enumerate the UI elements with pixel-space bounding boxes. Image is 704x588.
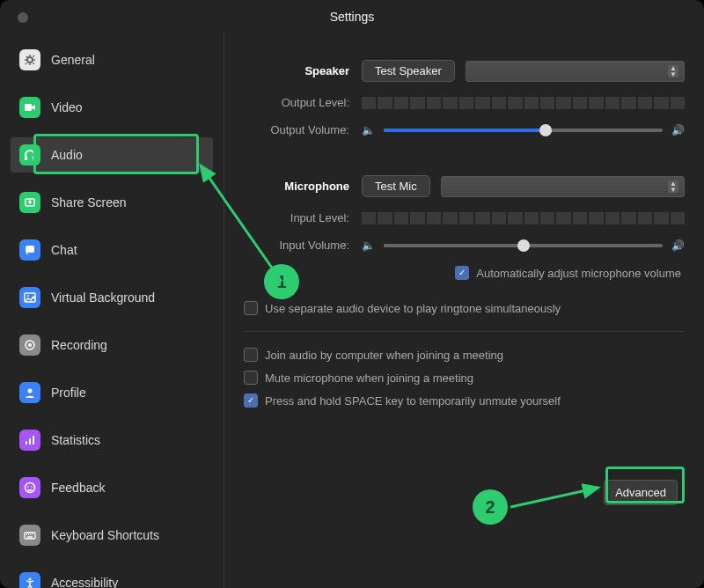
sidebar-item-label: Audio	[51, 148, 83, 162]
svg-rect-17	[25, 533, 35, 539]
sidebar-item-label: Profile	[51, 386, 86, 400]
sidebar-item-audio[interactable]: Audio	[11, 137, 213, 173]
volume-low-icon: 🔈	[362, 124, 375, 136]
sidebar-item-keyboard-shortcuts[interactable]: Keyboard Shortcuts	[11, 518, 213, 553]
svg-point-16	[31, 486, 33, 488]
headphones-icon	[19, 144, 40, 165]
svg-rect-3	[33, 156, 35, 160]
space-unmute-checkbox[interactable]	[244, 393, 258, 408]
sidebar-item-general[interactable]: General	[11, 42, 213, 77]
chevron-updown-icon: ▲▼	[670, 65, 677, 77]
sidebar-item-profile[interactable]: Profile	[11, 375, 213, 410]
sidebar-item-chat[interactable]: Chat	[11, 232, 213, 268]
volume-high-icon: 🔊	[671, 124, 685, 136]
svg-rect-5	[26, 246, 34, 253]
output-volume-label: Output Volume:	[244, 123, 362, 136]
speaker-row: Speaker Test Speaker ▲▼	[244, 60, 685, 82]
svg-rect-1	[25, 104, 32, 111]
section-divider	[244, 331, 685, 332]
volume-low-icon: 🔈	[362, 239, 375, 252]
auto-adjust-checkbox[interactable]	[455, 266, 469, 280]
sidebar-item-label: Virtual Background	[51, 290, 155, 305]
space-unmute-label: Press and hold SPACE key to temporarily …	[265, 394, 561, 408]
image-icon	[19, 287, 40, 308]
mute-mic-row: Mute microphone when joining a meeting	[244, 371, 685, 385]
sidebar-item-label: Video	[51, 100, 83, 114]
share-icon	[19, 192, 40, 213]
auto-adjust-row: Automatically adjust microphone volume	[349, 266, 685, 280]
mic-row: Microphone Test Mic ▲▼	[244, 175, 685, 197]
sidebar-item-accessibility[interactable]: Accessibility	[11, 565, 213, 588]
sidebar-item-recording[interactable]: Recording	[11, 327, 213, 363]
titlebar: Settings	[0, 0, 704, 33]
separate-device-label: Use separate audio device to play ringto…	[265, 302, 561, 315]
input-volume-label: Input Volume:	[244, 239, 362, 252]
separate-device-checkbox[interactable]	[244, 301, 258, 315]
output-level-row: Output Level:	[244, 96, 685, 109]
input-volume-row: Input Volume: 🔈 🔊	[244, 239, 685, 252]
input-volume-slider[interactable]	[384, 244, 663, 247]
mute-mic-label: Mute microphone when joining a meeting	[265, 371, 473, 385]
chat-icon	[19, 239, 40, 261]
sidebar-item-video[interactable]: Video	[11, 90, 213, 125]
test-mic-button[interactable]: Test Mic	[362, 175, 430, 197]
join-audio-checkbox[interactable]	[244, 348, 258, 362]
svg-point-18	[29, 578, 32, 581]
advanced-button[interactable]: Advanced	[604, 480, 678, 505]
record-icon	[19, 334, 40, 356]
speaker-device-dropdown[interactable]: ▲▼	[466, 61, 685, 82]
mute-mic-checkbox[interactable]	[244, 371, 258, 385]
sidebar-item-feedback[interactable]: Feedback	[11, 470, 213, 505]
input-level-meter	[362, 212, 685, 224]
keyboard-icon	[19, 525, 40, 546]
volume-high-icon: 🔊	[671, 239, 685, 252]
test-speaker-button[interactable]: Test Speaker	[362, 60, 455, 82]
close-dot-icon[interactable]	[18, 12, 28, 23]
auto-adjust-label: Automatically adjust microphone volume	[476, 267, 681, 280]
person-icon	[19, 382, 40, 403]
sidebar-item-label: Chat	[51, 243, 77, 257]
main-panel: Speaker Test Speaker ▲▼ Output Level: Ou…	[224, 33, 704, 588]
svg-rect-13	[33, 436, 34, 445]
sidebar-item-virtual-background[interactable]: Virtual Background	[11, 280, 213, 315]
input-level-row: Input Level:	[244, 211, 685, 224]
sidebar-item-label: Feedback	[51, 481, 105, 495]
mic-device-dropdown[interactable]: ▲▼	[441, 176, 685, 197]
sidebar-item-label: Keyboard Shortcuts	[51, 528, 159, 542]
sidebar-item-share-screen[interactable]: Share Screen	[11, 185, 213, 220]
svg-rect-2	[25, 156, 27, 160]
svg-point-10	[28, 389, 33, 393]
svg-point-7	[27, 295, 29, 297]
sidebar-item-label: General	[51, 53, 95, 67]
chevron-updown-icon: ▲▼	[670, 180, 677, 193]
output-volume-slider[interactable]	[384, 129, 663, 132]
separate-device-row: Use separate audio device to play ringto…	[244, 301, 685, 315]
content: GeneralVideoAudioShare ScreenChatVirtual…	[0, 33, 704, 588]
sidebar-item-statistics[interactable]: Statistics	[11, 423, 213, 458]
window-controls[interactable]	[18, 12, 28, 23]
join-audio-row: Join audio by computer when joining a me…	[244, 348, 685, 362]
settings-window: Settings GeneralVideoAudioShare ScreenCh…	[0, 0, 704, 588]
sidebar-item-label: Recording	[51, 338, 107, 352]
speaker-heading: Speaker	[244, 64, 362, 77]
svg-rect-12	[29, 438, 31, 445]
accessibility-icon	[19, 572, 40, 588]
sidebar-item-label: Share Screen	[51, 195, 127, 209]
input-level-label: Input Level:	[244, 211, 362, 224]
sidebar: GeneralVideoAudioShare ScreenChatVirtual…	[0, 33, 224, 588]
sidebar-item-label: Accessibility	[51, 576, 118, 588]
output-level-label: Output Level:	[244, 96, 362, 109]
smile-icon	[19, 477, 40, 498]
output-volume-row: Output Volume: 🔈 🔊	[244, 123, 685, 136]
window-title: Settings	[330, 10, 375, 24]
output-level-meter	[362, 97, 685, 109]
svg-point-0	[27, 57, 33, 62]
svg-point-9	[28, 343, 32, 347]
gear-icon	[19, 49, 40, 70]
sidebar-item-label: Statistics	[51, 433, 100, 447]
svg-rect-11	[26, 441, 27, 445]
stats-icon	[19, 430, 40, 451]
mic-heading: Microphone	[244, 180, 362, 193]
join-audio-label: Join audio by computer when joining a me…	[265, 349, 503, 362]
svg-point-15	[27, 486, 29, 488]
